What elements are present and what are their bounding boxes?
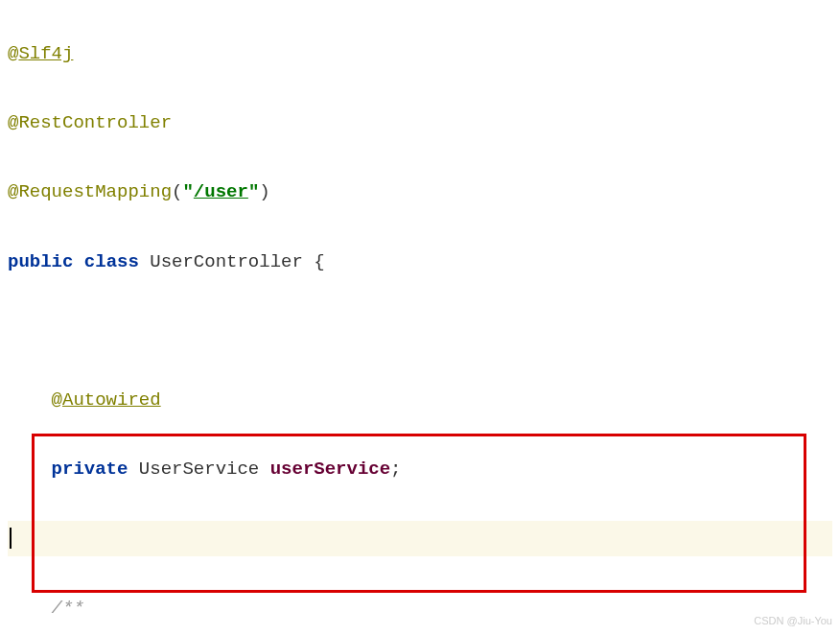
restcontroller-annotation: RestController bbox=[18, 112, 172, 133]
quote: " bbox=[248, 181, 259, 202]
quote: " bbox=[182, 181, 193, 202]
text-cursor bbox=[10, 528, 12, 549]
code-line: @RequestMapping("/user") bbox=[8, 175, 832, 209]
class-name: UserController bbox=[150, 251, 303, 272]
private-keyword: private bbox=[52, 459, 128, 480]
slf4j-annotation: Slf4j bbox=[18, 43, 73, 64]
type-name: UserService bbox=[139, 459, 259, 480]
autowired-annotation: Autowired bbox=[62, 389, 161, 411]
code-line: /** bbox=[8, 591, 832, 625]
code-line: @Autowired bbox=[8, 383, 832, 417]
lbrace: { bbox=[303, 251, 325, 272]
blank-line bbox=[8, 314, 832, 348]
code-line: public class UserController { bbox=[8, 245, 832, 279]
javadoc-start: /** bbox=[52, 598, 84, 619]
public-keyword: public bbox=[8, 251, 73, 272]
current-line-highlight bbox=[8, 521, 832, 555]
field-name: userService bbox=[270, 459, 390, 480]
code-line: @RestController bbox=[8, 106, 832, 140]
code-editor[interactable]: @Slf4j @RestController @RequestMapping("… bbox=[0, 0, 840, 635]
annotation-at: @ bbox=[52, 389, 62, 411]
requestmapping-annotation: RequestMapping bbox=[18, 181, 172, 202]
annotation-at: @ bbox=[8, 112, 18, 133]
class-keyword: class bbox=[84, 251, 139, 272]
code-line: @Slf4j bbox=[8, 36, 832, 71]
annotation-at: @ bbox=[8, 181, 18, 202]
code-line: private UserService userService; bbox=[8, 452, 832, 486]
annotation-at: @ bbox=[8, 43, 18, 64]
watermark-text: CSDN @Jiu-You bbox=[754, 611, 832, 631]
rparen: ) bbox=[259, 181, 269, 202]
lparen: ( bbox=[172, 181, 182, 202]
semicolon: ; bbox=[390, 459, 401, 480]
mapping-path: /user bbox=[194, 181, 248, 202]
